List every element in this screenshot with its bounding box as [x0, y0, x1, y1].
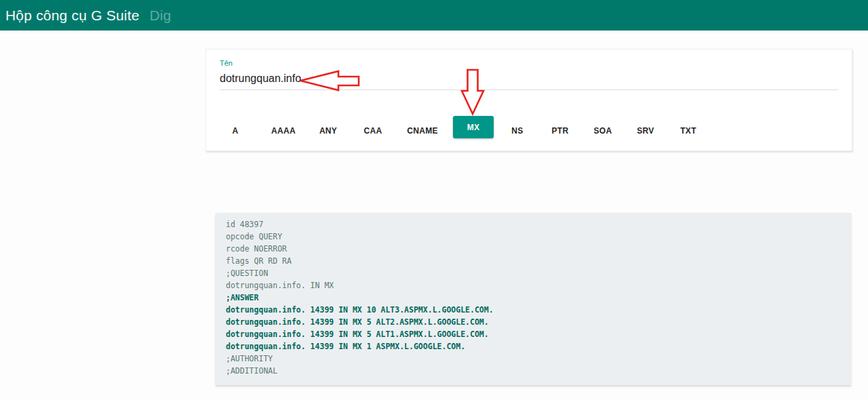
tool-title: Dig	[150, 7, 172, 24]
tab-any[interactable]: ANY	[304, 116, 352, 146]
tab-mx[interactable]: MX	[453, 116, 494, 138]
dig-results-panel: id 48397opcode QUERYrcode NOERRORflags Q…	[216, 213, 851, 385]
app-header: Hộp công cụ G Suite Dig	[0, 0, 868, 31]
query-card: Tên AAAAAANYCAACNAMEMXNSPTRSOASRVTXT	[205, 49, 852, 151]
dig-output-line: ;QUESTION	[226, 267, 851, 279]
tab-ns[interactable]: NS	[494, 116, 541, 146]
tab-cname[interactable]: CNAME	[399, 116, 446, 146]
tab-a[interactable]: A	[212, 116, 259, 146]
dig-output-line: dotrungquan.info. IN MX	[226, 279, 851, 292]
dig-output-line: ;ANSWER	[226, 292, 851, 304]
tab-caa[interactable]: CAA	[349, 116, 397, 146]
dig-output-line: ;ADDITIONAL	[226, 365, 851, 377]
app-title: Hộp công cụ G Suite	[5, 7, 140, 24]
dig-output-line: flags QR RD RA	[226, 255, 851, 267]
tab-soa[interactable]: SOA	[579, 116, 627, 146]
tab-txt[interactable]: TXT	[665, 116, 712, 146]
tab-srv[interactable]: SRV	[622, 116, 669, 146]
tab-ptr[interactable]: PTR	[536, 116, 584, 146]
dig-output-line: dotrungquan.info. 14399 IN MX 5 ALT2.ASP…	[226, 316, 851, 328]
dig-output-line: opcode QUERY	[226, 231, 851, 243]
record-type-tabs: AAAAAANYCAACNAMEMXNSPTRSOASRVTXT	[206, 49, 853, 152]
dig-output-line: ;AUTHORITY	[226, 353, 851, 365]
tab-aaaa[interactable]: AAAA	[260, 116, 307, 146]
dig-output-line: rcode NOERROR	[226, 243, 851, 255]
dig-output-line: dotrungquan.info. 14399 IN MX 10 ALT3.AS…	[226, 304, 851, 316]
dig-output-line: id 48397	[226, 218, 851, 231]
dig-output-line: dotrungquan.info. 14399 IN MX 1 ASPMX.L.…	[226, 340, 851, 353]
dig-output-line: dotrungquan.info. 14399 IN MX 5 ALT1.ASP…	[226, 328, 851, 340]
